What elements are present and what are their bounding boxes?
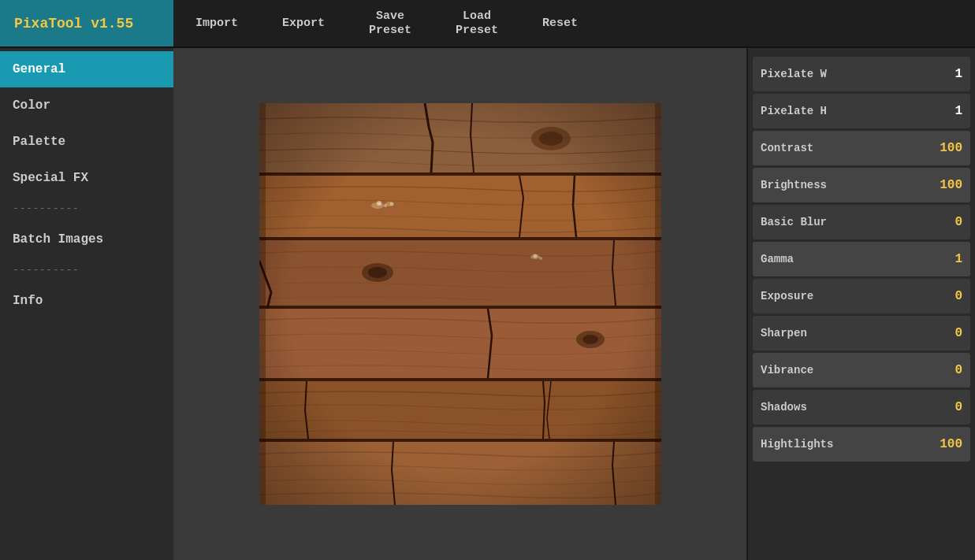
control-label-brightness: Brightness bbox=[761, 179, 827, 191]
control-value-highlights: 100 bbox=[939, 437, 962, 451]
control-value-brightness: 100 bbox=[939, 178, 962, 192]
control-label-vibrance: Vibrance bbox=[761, 364, 813, 376]
control-value-vibrance: 0 bbox=[939, 363, 962, 377]
control-row-exposure[interactable]: Exposure0 bbox=[753, 279, 970, 313]
svg-rect-23 bbox=[259, 103, 661, 505]
control-row-vibrance[interactable]: Vibrance0 bbox=[753, 353, 970, 388]
sidebar-item-info[interactable]: Info bbox=[0, 283, 173, 319]
control-value-sharpen: 0 bbox=[939, 326, 962, 340]
wood-texture-svg bbox=[259, 103, 661, 505]
svg-point-27 bbox=[533, 254, 537, 258]
control-value-pixelate-w: 1 bbox=[939, 67, 962, 81]
top-nav: PixaTool v1.55 Import Export SavePreset … bbox=[0, 0, 975, 48]
control-label-highlights: Hightlights bbox=[761, 438, 833, 451]
control-value-pixelate-h: 1 bbox=[939, 104, 962, 118]
svg-point-26 bbox=[389, 202, 393, 206]
control-row-gamma[interactable]: Gamma1 bbox=[753, 242, 970, 276]
control-label-exposure: Exposure bbox=[761, 290, 813, 302]
control-row-highlights[interactable]: Hightlights100 bbox=[753, 427, 970, 462]
sidebar-divider-2: ---------- bbox=[0, 258, 173, 283]
control-row-basic-blur[interactable]: Basic Blur0 bbox=[753, 205, 970, 239]
control-label-basic-blur: Basic Blur bbox=[761, 216, 827, 228]
canvas-area bbox=[173, 48, 746, 560]
control-label-pixelate-h: Pixelate H bbox=[761, 105, 827, 117]
load-preset-button[interactable]: LoadPreset bbox=[434, 0, 520, 46]
sidebar-item-special-fx[interactable]: Special FX bbox=[0, 160, 173, 196]
sidebar-item-color[interactable]: Color bbox=[0, 87, 173, 124]
control-row-sharpen[interactable]: Sharpen0 bbox=[753, 316, 970, 350]
control-value-basic-blur: 0 bbox=[939, 215, 962, 229]
control-row-pixelate-w[interactable]: Pixelate W1 bbox=[753, 57, 970, 91]
control-label-pixelate-w: Pixelate W bbox=[761, 68, 827, 80]
sidebar-divider-1: ---------- bbox=[0, 196, 173, 221]
control-label-sharpen: Sharpen bbox=[761, 327, 807, 339]
reset-button[interactable]: Reset bbox=[520, 0, 600, 46]
app-title: PixaTool v1.55 bbox=[0, 0, 173, 46]
image-preview bbox=[259, 103, 661, 505]
sidebar: General Color Palette Special FX -------… bbox=[0, 48, 173, 560]
export-button[interactable]: Export bbox=[260, 0, 347, 46]
control-label-gamma: Gamma bbox=[761, 253, 794, 265]
right-panel: Pixelate W1Pixelate H1Contrast100Brightn… bbox=[746, 48, 975, 560]
control-row-brightness[interactable]: Brightness100 bbox=[753, 168, 970, 202]
control-row-contrast[interactable]: Contrast100 bbox=[753, 131, 970, 165]
control-value-shadows: 0 bbox=[939, 400, 962, 414]
sidebar-item-batch-images[interactable]: Batch Images bbox=[0, 221, 173, 258]
sidebar-item-general[interactable]: General bbox=[0, 51, 173, 87]
control-value-exposure: 0 bbox=[939, 289, 962, 303]
main-area: General Color Palette Special FX -------… bbox=[0, 48, 975, 560]
control-label-contrast: Contrast bbox=[761, 142, 813, 154]
svg-point-25 bbox=[384, 204, 387, 207]
save-preset-button[interactable]: SavePreset bbox=[347, 0, 434, 46]
svg-point-24 bbox=[377, 201, 381, 206]
control-row-pixelate-h[interactable]: Pixelate H1 bbox=[753, 94, 970, 128]
control-value-contrast: 100 bbox=[939, 141, 962, 155]
sidebar-item-palette[interactable]: Palette bbox=[0, 124, 173, 160]
control-value-gamma: 1 bbox=[939, 252, 962, 266]
control-row-shadows[interactable]: Shadows0 bbox=[753, 390, 970, 425]
control-label-shadows: Shadows bbox=[761, 401, 807, 414]
import-button[interactable]: Import bbox=[173, 0, 260, 46]
svg-point-28 bbox=[539, 257, 542, 260]
